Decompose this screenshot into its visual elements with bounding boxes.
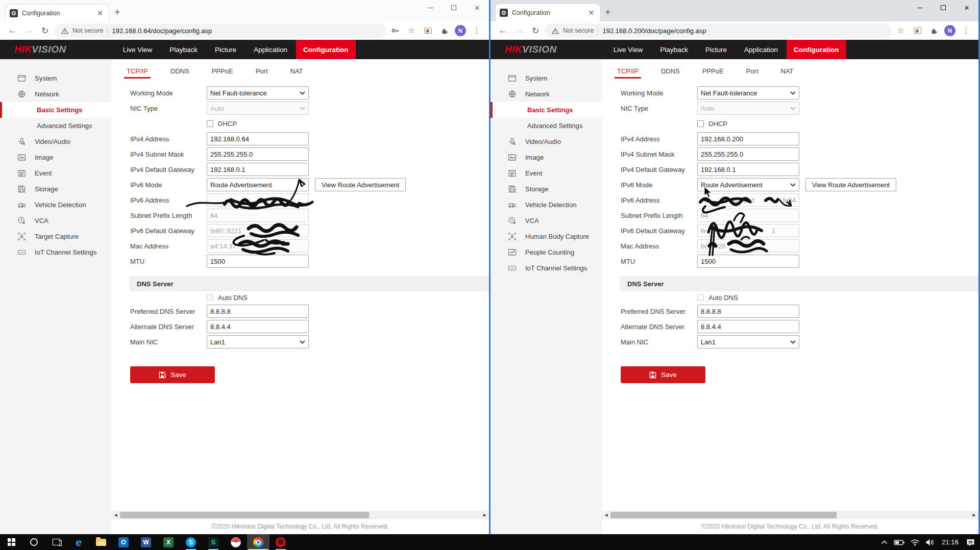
green-s-app-icon[interactable]: S (202, 534, 225, 550)
view-route-advertisement-button[interactable]: View Route Advertisement (315, 178, 406, 191)
tab-tcpip[interactable]: TCP/IP (124, 65, 151, 79)
address-bar[interactable]: Not secure 192.168.0.200/doc/page/config… (545, 23, 892, 38)
sidebar-item-image[interactable]: Image (0, 149, 111, 165)
tab-ddns[interactable]: DDNS (168, 65, 192, 79)
menu-live-view[interactable]: Live View (605, 40, 652, 59)
back-button[interactable]: ← (5, 26, 19, 36)
tab-ddns[interactable]: DDNS (658, 65, 682, 79)
maximize-button[interactable] (932, 0, 955, 15)
cortana-search-icon[interactable] (22, 534, 45, 550)
tray-expand-icon[interactable] (876, 534, 892, 550)
sidebar-item-storage[interactable]: Storage (491, 181, 602, 197)
address-bar[interactable]: Not secure 192.168.0.64/doc/page/config.… (54, 23, 386, 38)
menu-live-view[interactable]: Live View (114, 40, 161, 59)
view-route-advertisement-button[interactable]: View Route Advertisement (805, 178, 896, 191)
sidebar-item-human-body-capture[interactable]: Human Body Capture (491, 229, 602, 244)
outlook-icon[interactable]: O (112, 534, 135, 550)
ipv6-mode-select[interactable]: Route Advertisement (697, 178, 799, 191)
tab-tcpip[interactable]: TCP/IP (615, 65, 641, 79)
edge-icon[interactable]: e (67, 534, 90, 550)
bookmark-star-icon[interactable]: ☆ (404, 26, 419, 35)
sidebar-item-vca[interactable]: VCA (491, 213, 602, 229)
tab-close-icon[interactable]: ✕ (95, 9, 105, 17)
ipv6-mode-select[interactable]: Route Advertisement (207, 178, 309, 191)
bookmark-star-icon[interactable]: ☆ (894, 26, 908, 35)
sidebar-item-video-audio[interactable]: Video/Audio (0, 134, 111, 149)
sidebar-item-system[interactable]: System (491, 70, 602, 86)
chrome-icon[interactable] (247, 534, 270, 550)
ipv4-subnet-input[interactable] (697, 147, 799, 161)
browser-menu-icon[interactable]: ⋮ (959, 26, 973, 35)
sidebar-item-basic-settings[interactable]: Basic Settings (0, 102, 111, 118)
forward-button[interactable]: → (512, 26, 526, 36)
back-button[interactable]: ← (496, 26, 510, 36)
sidebar-item-system[interactable]: System (0, 70, 111, 86)
browser-tab[interactable]: Configuration ✕ (5, 4, 109, 21)
reload-button[interactable]: ↻ (38, 26, 52, 36)
battery-icon[interactable] (892, 534, 907, 550)
main-nic-select[interactable]: Lan1 (697, 335, 799, 348)
taskbar-clock[interactable]: 21:16 (938, 539, 963, 546)
tab-port[interactable]: Port (744, 65, 761, 79)
file-explorer-icon[interactable] (90, 534, 112, 550)
key-icon[interactable] (388, 27, 402, 35)
snip-app-icon[interactable]: ✂ (225, 534, 247, 550)
alternate-dns-input[interactable] (697, 320, 799, 333)
profile-avatar[interactable]: N (943, 25, 957, 36)
sidebar-item-people-counting[interactable]: People Counting (491, 244, 602, 260)
sidebar-item-event[interactable]: Event (0, 165, 111, 181)
menu-picture[interactable]: Picture (697, 40, 736, 59)
sidebar-item-advanced-settings[interactable]: Advanced Settings (0, 118, 111, 134)
tab-nat[interactable]: NAT (288, 65, 306, 79)
scrollbar-thumb[interactable] (120, 512, 369, 518)
profile-avatar[interactable]: N (453, 25, 468, 36)
alternate-dns-input[interactable] (207, 320, 309, 333)
new-tab-button[interactable]: + (114, 7, 120, 18)
word-icon[interactable]: W (135, 534, 157, 550)
menu-picture[interactable]: Picture (206, 40, 245, 59)
close-button[interactable]: ✕ (955, 0, 978, 15)
ipv4-subnet-input[interactable] (207, 147, 309, 161)
preferred-dns-input[interactable] (207, 305, 309, 318)
working-mode-select[interactable]: Net Fault-tolerance (207, 86, 309, 99)
browser-menu-icon[interactable]: ⋮ (470, 26, 484, 35)
reload-button[interactable]: ↻ (528, 26, 543, 36)
tab-pppoe[interactable]: PPPoE (700, 65, 726, 79)
scroll-right-arrow[interactable]: ▶ (480, 511, 489, 519)
sidebar-item-basic-settings[interactable]: Basic Settings (491, 102, 602, 118)
wifi-icon[interactable] (907, 534, 922, 550)
dhcp-checkbox[interactable] (697, 120, 704, 127)
photos-extension-icon[interactable] (910, 28, 924, 34)
scroll-left-arrow[interactable]: ◀ (602, 511, 610, 519)
minimize-button[interactable] (908, 0, 932, 15)
sidebar-item-network[interactable]: Network (491, 86, 602, 102)
ipv4-address-input[interactable] (207, 132, 309, 145)
sidebar-item-advanced-settings[interactable]: Advanced Settings (491, 118, 602, 134)
volume-icon[interactable] (922, 534, 938, 550)
save-button[interactable]: Save (130, 366, 215, 383)
menu-playback[interactable]: Playback (161, 40, 206, 59)
sidebar-item-iot-channel-settings[interactable]: IOTIoT Channel Settings (0, 244, 111, 260)
red-security-app-icon[interactable] (270, 534, 292, 550)
menu-application[interactable]: Application (736, 40, 787, 59)
new-tab-button[interactable]: + (605, 7, 611, 18)
tab-close-icon[interactable]: ✕ (586, 9, 596, 17)
ipv4-gateway-input[interactable] (207, 163, 309, 176)
scroll-right-arrow[interactable]: ▶ (970, 511, 978, 519)
start-button[interactable] (0, 534, 22, 550)
menu-configuration[interactable]: Configuration (296, 40, 355, 59)
close-button[interactable]: ✕ (465, 0, 489, 15)
sidebar-item-iot-channel-settings[interactable]: IOTIoT Channel Settings (491, 260, 602, 276)
action-center-icon[interactable] (963, 534, 978, 550)
browser-tab[interactable]: Configuration ✕ (496, 4, 600, 21)
extensions-puzzle-icon[interactable] (437, 27, 451, 35)
excel-icon[interactable]: X (157, 534, 180, 550)
task-view-icon[interactable] (45, 534, 67, 550)
sidebar-item-vca[interactable]: VCA (0, 213, 111, 229)
horizontal-scrollbar[interactable]: ◀ ▶ (111, 511, 489, 519)
scrollbar-thumb[interactable] (610, 512, 837, 518)
dhcp-checkbox[interactable] (207, 120, 213, 127)
minimize-button[interactable] (419, 0, 442, 15)
main-nic-select[interactable]: Lan1 (207, 335, 309, 348)
save-button[interactable]: Save (621, 366, 705, 383)
